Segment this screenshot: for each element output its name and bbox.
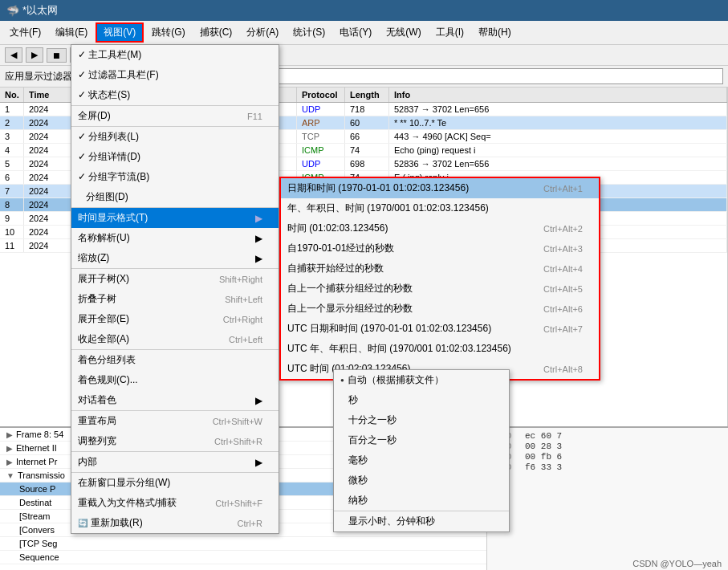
menu-reset-layout[interactable]: 重置布局Ctrl+Shift+W [71,411,279,431]
menu-tools[interactable]: 工具(I) [429,24,470,41]
menu-go[interactable]: 跳转(G) [145,24,191,41]
time-format-epoch[interactable]: 自1970-01-01经过的秒数Ctrl+Alt+3 [281,238,599,259]
menu-color-rules[interactable]: 着色规则(C)... [71,370,279,390]
time-format-since-prev-display[interactable]: 自上一个显示分组经过的秒数Ctrl+Alt+6 [281,299,599,319]
hex-row: 0020 00 fb 6 [490,452,725,462]
filter-label: 应用显示过滤器 [5,70,72,83]
title-icon: 🦈 [6,5,19,17]
detail-ip: Internet Pr [16,457,57,466]
time-format-datetime[interactable]: 日期和时间 (1970-01-01 01:02:03.123456)Ctrl+A… [281,178,599,198]
menu-color-list[interactable]: 着色分组列表 [71,350,279,370]
menu-packet-detail[interactable]: ✓ 分组详情(D) [71,147,279,167]
window-title: *以太网 [22,3,58,18]
menu-view[interactable]: 视图(V) [96,22,144,43]
menu-packet-diagram[interactable]: 分组图(D) [71,187,279,207]
detail-row[interactable]: [TCP Seg [0,537,486,551]
time-format-since-prev-capture[interactable]: 自上一个捕获分组经过的秒数Ctrl+Alt+5 [281,279,599,299]
res-decisecond[interactable]: 十分之一秒 [334,410,509,430]
menu-main-toolbar[interactable]: ✓ 主工具栏(M) [71,45,279,65]
res-centisecond[interactable]: 百分之一秒 [334,430,509,450]
menu-conversation-color[interactable]: 对话着色▶ [71,390,279,410]
menu-zoom[interactable]: 缩放(Z)▶ [71,248,279,268]
col-header-no: No. [0,88,24,102]
time-format-since-start[interactable]: 自捕获开始经过的秒数Ctrl+Alt+4 [281,259,599,279]
menu-file[interactable]: 文件(F) [3,24,47,41]
col-header-length: Length [345,88,389,102]
time-format-utc-year-day[interactable]: UTC 年、年积日、时间 (1970/001 01:02:03.123456) [281,339,599,359]
col-header-protocol: Protocol [297,88,345,102]
menu-help[interactable]: 帮助(H) [472,24,518,41]
menu-resize-columns[interactable]: 调整列宽Ctrl+Shift+R [71,431,279,451]
hex-panel: 0000 ec 60 7 0010 00 28 3 0020 00 fb 6 0… [487,428,728,570]
menu-edit[interactable]: 编辑(E) [49,24,94,41]
menu-reload[interactable]: 🔄重新加载(R)Ctrl+R [71,513,279,533]
menu-name-resolution[interactable]: 名称解析(U)▶ [71,228,279,248]
detail-convers: [Convers [19,525,55,535]
menu-phone[interactable]: 电话(Y) [333,24,378,41]
hex-row: 0010 00 28 3 [490,442,725,451]
menu-reload-format[interactable]: 重截入为文件格式/捕获Ctrl+Shift+F [71,493,279,513]
res-auto[interactable]: ●自动（根据捕获文件） [334,370,509,390]
detail-frame: Frame 8: 54 [16,430,63,439]
menu-status-bar[interactable]: ✓ 状态栏(S) [71,85,279,105]
menu-filter-toolbar[interactable]: ✓ 过滤器工具栏(F) [71,65,279,85]
watermark: CSDN @YOLO—yeah [626,557,728,570]
detail-tcp: Transmissio [18,470,65,480]
time-format-utc-datetime[interactable]: UTC 日期和时间 (1970-01-01 01:02:03.123456)Ct… [281,319,599,339]
hex-row: 0000 ec 60 7 [490,431,725,441]
res-microsecond[interactable]: 微秒 [334,470,509,491]
time-format-submenu[interactable]: 日期和时间 (1970-01-01 01:02:03.123456)Ctrl+A… [279,177,600,381]
hex-bytes: ec 60 7 [525,431,725,441]
resolution-submenu[interactable]: ●自动（根据捕获文件） 秒 十分之一秒 百分之一秒 毫秒 微秒 纳秒 显示小时、… [333,369,510,532]
hex-bytes: 00 fb 6 [525,452,725,462]
time-format-time-only[interactable]: 时间 (01:02:03.123456)Ctrl+Alt+2 [281,218,599,238]
res-show-hms[interactable]: 显示小时、分钟和秒 [334,511,509,531]
menu-capture[interactable]: 捕获(C) [193,24,239,41]
res-second[interactable]: 秒 [334,390,509,410]
detail-source: Source P [19,484,55,494]
view-menu-dropdown[interactable]: ✓ 主工具栏(M) ✓ 过滤器工具栏(F) ✓ 状态栏(S) 全屏(D)F11 … [71,44,279,534]
res-nanosecond[interactable]: 纳秒 [334,491,509,511]
menu-bar: 文件(F) 编辑(E) 视图(V) 跳转(G) 捕获(C) 分析(A) 统计(S… [0,21,728,45]
hex-row: 0030 f6 33 3 [490,462,725,472]
hex-bytes: f6 33 3 [525,462,725,472]
detail-dest: Destinat [19,498,51,507]
hex-bytes: 00 28 3 [525,442,725,451]
res-millisecond[interactable]: 毫秒 [334,450,509,470]
toolbar-forward[interactable]: ▶ [26,47,43,63]
toolbar-stop[interactable]: ⏹ [47,48,67,63]
menu-collapse-all[interactable]: 收起全部(A)Ctrl+Left [71,329,279,349]
menu-collapse-subtree[interactable]: 折叠子树Shift+Left [71,289,279,309]
menu-statistics[interactable]: 统计(S) [287,24,331,41]
menu-packet-list[interactable]: ✓ 分组列表(L) [71,127,279,147]
detail-tcp-seg: [TCP Seg [19,539,58,548]
time-format-year-day[interactable]: 年、年积日、时间 (1970/001 01:02:03.123456) [281,198,599,218]
menu-expand-subtree[interactable]: 展开子树(X)Shift+Right [71,269,279,289]
menu-show-in-window[interactable]: 在新窗口显示分组(W) [71,473,279,493]
detail-row[interactable]: Sequence [0,551,486,564]
menu-wireless[interactable]: 无线(W) [380,24,427,41]
menu-time-format[interactable]: 时间显示格式(T)▶ [71,208,279,228]
menu-internals[interactable]: 内部▶ [71,452,279,472]
menu-analyze[interactable]: 分析(A) [240,24,285,41]
menu-fullscreen[interactable]: 全屏(D)F11 [71,106,279,126]
detail-ethernet: Ethernet II [16,443,57,453]
toolbar-back[interactable]: ◀ [5,47,22,63]
menu-packet-bytes[interactable]: ✓ 分组字节流(B) [71,167,279,187]
col-header-info: Info [389,88,727,102]
menu-expand-all[interactable]: 展开全部(E)Ctrl+Right [71,309,279,329]
title-bar: 🦈 *以太网 [0,0,728,21]
detail-sequence: Sequence [19,552,59,562]
detail-stream: [Stream [19,511,51,521]
